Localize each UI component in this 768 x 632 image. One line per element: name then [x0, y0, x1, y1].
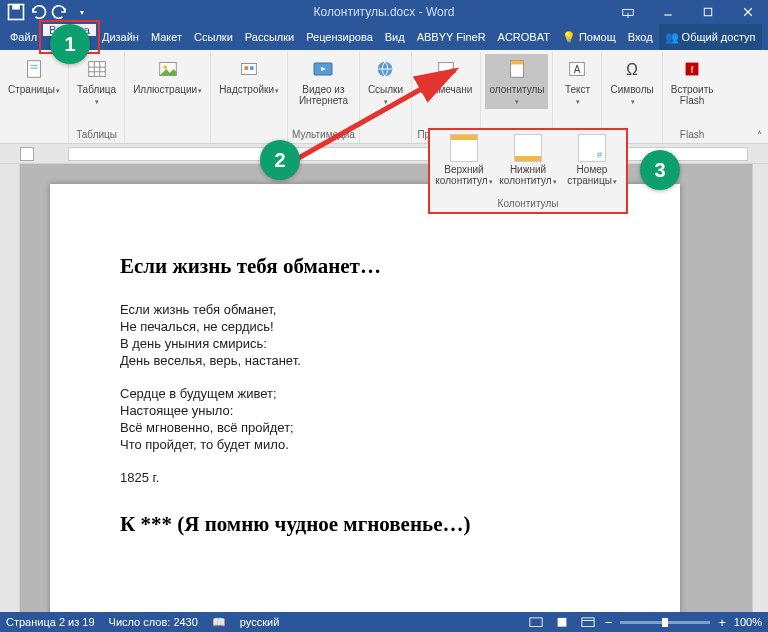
svg-rect-10: [88, 62, 105, 77]
group-illustrations: Иллюстрации▾: [125, 52, 211, 143]
svg-text:A: A: [574, 64, 581, 75]
minimize-button[interactable]: [648, 0, 688, 24]
tab-layout[interactable]: Макет: [145, 24, 188, 50]
flash-button[interactable]: f Встроить Flash: [667, 54, 718, 108]
window-controls: [608, 0, 768, 24]
stanza-2: Сердце в будущем живет; Настоящее уныло:…: [120, 385, 610, 453]
group-flash: f Встроить Flash Flash: [663, 52, 722, 143]
footer-button[interactable]: Нижний колонтитул▾: [496, 134, 560, 196]
comment-button[interactable]: Примечани: [416, 54, 476, 97]
svg-rect-23: [511, 61, 524, 65]
link-icon: [372, 56, 398, 82]
tab-references[interactable]: Ссылки: [188, 24, 239, 50]
annotation-badge-2: 2: [260, 140, 300, 180]
page-number-button[interactable]: # Номер страницы▾: [560, 134, 624, 196]
pages-button[interactable]: Страницы▾: [4, 54, 64, 98]
group-links: Ссылки▾: [360, 52, 412, 143]
tab-mailings[interactable]: Рассылки: [239, 24, 300, 50]
statusbar: Страница 2 из 19 Число слов: 2430 📖 русс…: [0, 612, 768, 632]
svg-text:Ω: Ω: [626, 61, 638, 78]
addins-button[interactable]: Надстройки▾: [215, 54, 283, 98]
document-scroll[interactable]: Если жизнь тебя обманет… Если жизнь тебя…: [20, 164, 752, 612]
comment-icon: [433, 56, 459, 82]
table-button[interactable]: Таблица▾: [73, 54, 120, 109]
ruler-vertical[interactable]: [0, 164, 20, 612]
svg-rect-4: [704, 8, 712, 16]
status-language[interactable]: русский: [240, 616, 279, 628]
flash-icon: f: [679, 56, 705, 82]
titlebar: ▾ Колонтитулы.docx - Word: [0, 0, 768, 24]
tab-selector[interactable]: [20, 147, 34, 161]
tab-file[interactable]: Файл: [4, 24, 43, 50]
stanza-1: Если жизнь тебя обманет, Не печалься, не…: [120, 301, 610, 369]
close-button[interactable]: [728, 0, 768, 24]
links-button[interactable]: Ссылки▾: [364, 54, 407, 109]
textbox-icon: A: [564, 56, 590, 82]
group-addins: Надстройки▾: [211, 52, 288, 143]
ribbon-options-icon[interactable]: [608, 0, 648, 24]
status-spellcheck-icon[interactable]: 📖: [212, 616, 226, 629]
annotation-badge-3: 3: [640, 150, 680, 190]
vertical-scrollbar[interactable]: [752, 164, 768, 612]
share-button[interactable]: 👥Общий доступ: [659, 24, 762, 50]
ribbon: Страницы▾ Таблица▾ Таблицы Иллюстрации▾ …: [0, 50, 768, 144]
page-icon: [21, 56, 47, 82]
undo-icon[interactable]: [28, 2, 48, 22]
heading-poem-1: Если жизнь тебя обманет…: [120, 254, 610, 279]
tab-abbyy[interactable]: ABBYY FineR: [411, 24, 492, 50]
callout-group-label: Колонтитулы: [430, 196, 626, 212]
tab-acrobat[interactable]: ACROBAT: [492, 24, 556, 50]
tab-view[interactable]: Вид: [379, 24, 411, 50]
tellme-button[interactable]: 💡Помощ: [556, 24, 622, 50]
addins-icon: [236, 56, 262, 82]
qat-more-icon[interactable]: ▾: [72, 2, 92, 22]
svg-rect-30: [557, 618, 566, 627]
zoom-out-button[interactable]: −: [605, 615, 613, 630]
svg-rect-19: [250, 66, 254, 70]
svg-rect-31: [582, 618, 594, 627]
login-button[interactable]: Вход: [622, 24, 659, 50]
quick-access-toolbar: ▾: [0, 2, 92, 22]
annotation-badge-1: 1: [50, 24, 90, 64]
heading-poem-2: К *** (Я помню чудное мгновенье…): [120, 512, 610, 537]
video-icon: [310, 56, 336, 82]
group-media: Видео из Интернета Мультимедиа: [288, 52, 360, 143]
picture-icon: [155, 56, 181, 82]
status-wordcount[interactable]: Число слов: 2430: [109, 616, 198, 628]
svg-rect-7: [28, 61, 41, 78]
illustrations-button[interactable]: Иллюстрации▾: [129, 54, 206, 98]
group-tables: Таблица▾ Таблицы: [69, 52, 125, 143]
view-web-icon[interactable]: [579, 615, 597, 629]
poem-year: 1825 г.: [120, 469, 610, 486]
symbols-button[interactable]: Ω Символы▾: [606, 54, 657, 109]
zoom-in-button[interactable]: +: [718, 615, 726, 630]
online-video-button[interactable]: Видео из Интернета: [295, 54, 352, 108]
callout-headers-group: Верхний колонтитул▾ Нижний колонтитул▾ #…: [428, 128, 628, 214]
zoom-level[interactable]: 100%: [734, 616, 762, 628]
table-icon: [84, 56, 110, 82]
pagenum-icon: #: [578, 134, 606, 162]
view-print-icon[interactable]: [553, 615, 571, 629]
view-read-icon[interactable]: [527, 615, 545, 629]
svg-rect-1: [12, 5, 20, 10]
text-button[interactable]: A Текст▾: [557, 54, 597, 109]
group-pages: Страницы▾: [0, 52, 69, 143]
headers-icon: [504, 56, 530, 82]
collapse-ribbon-icon[interactable]: ˄: [755, 128, 764, 143]
header-icon: [450, 134, 478, 162]
tab-review[interactable]: Рецензирова: [300, 24, 379, 50]
redo-icon[interactable]: [50, 2, 70, 22]
zoom-slider[interactable]: [620, 621, 710, 624]
svg-rect-18: [244, 66, 248, 70]
tab-design[interactable]: Дизайн: [96, 24, 145, 50]
ribbon-tabs: Файл Вставка Дизайн Макет Ссылки Рассылк…: [0, 24, 768, 50]
headers-button[interactable]: олонтитулы▾: [485, 54, 548, 109]
omega-icon: Ω: [619, 56, 645, 82]
maximize-button[interactable]: [688, 0, 728, 24]
document-area: Если жизнь тебя обманет… Если жизнь тебя…: [0, 164, 768, 612]
svg-rect-17: [242, 64, 257, 75]
header-button[interactable]: Верхний колонтитул▾: [432, 134, 496, 196]
status-page[interactable]: Страница 2 из 19: [6, 616, 95, 628]
save-icon[interactable]: [6, 2, 26, 22]
document-page[interactable]: Если жизнь тебя обманет… Если жизнь тебя…: [50, 184, 680, 612]
